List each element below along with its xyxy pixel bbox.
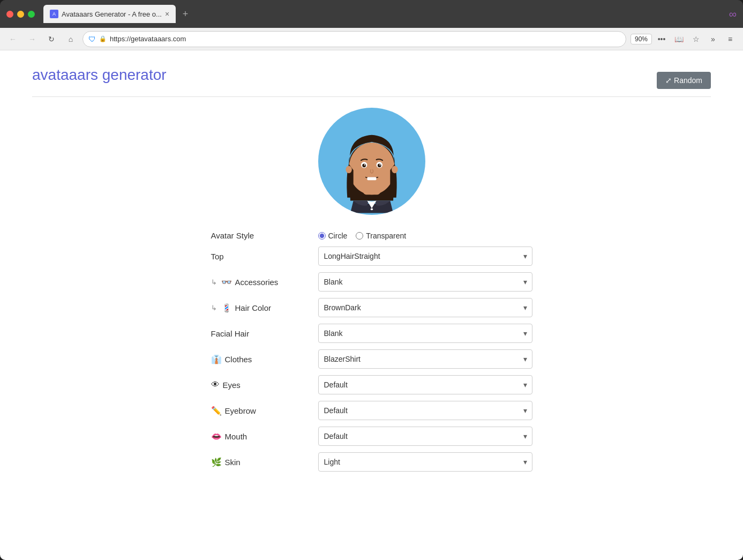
eyes-select-wrapper: Default (318, 375, 532, 394)
nav-right-controls: 90% ••• 📖 ☆ » ≡ (631, 32, 738, 47)
tab-close-button[interactable]: × (165, 10, 169, 18)
top-select[interactable]: LongHairStraight (318, 247, 532, 266)
avatar-style-radio-group: Circle Transparent (318, 232, 532, 240)
facial-hair-control: Blank (318, 324, 532, 343)
lock-icon: 🔒 (99, 35, 107, 42)
facial-hair-select-wrapper: Blank (318, 324, 532, 343)
avatar-style-row: Avatar Style Circle Transparent (211, 231, 532, 240)
avatar-style-control: Circle Transparent (318, 232, 532, 240)
mouth-row: 👄 Mouth Default (211, 427, 532, 446)
tab-favicon: A (50, 10, 58, 18)
active-tab[interactable]: A Avataaars Generator - A free o... × (43, 5, 176, 23)
back-button[interactable]: ← (5, 32, 20, 47)
home-button[interactable]: ⌂ (63, 32, 78, 47)
accessories-select[interactable]: Blank (318, 272, 532, 292)
browser-extension-icon: ∞ (729, 8, 737, 20)
page-header: avataaars generator ⤢ Random (32, 66, 711, 94)
hair-color-control: BrownDark (318, 298, 532, 317)
svg-point-1 (349, 143, 395, 195)
svg-point-10 (392, 166, 397, 173)
forward-button[interactable]: → (25, 32, 40, 47)
avatar-style-circle-radio[interactable] (318, 232, 326, 240)
hair-color-select-wrapper: BrownDark (318, 298, 532, 317)
facial-hair-row: Facial Hair Blank (211, 324, 532, 343)
reader-view-button[interactable]: 📖 (671, 32, 686, 47)
eyebrow-row: ✏️ Eyebrow Default (211, 401, 532, 420)
hair-color-row: ↳ 💈 Hair Color BrownDark (211, 298, 532, 317)
menu-button[interactable]: ≡ (723, 32, 738, 47)
svg-point-6 (364, 165, 365, 166)
hair-color-select[interactable]: BrownDark (318, 298, 532, 317)
page-content: avataaars generator ⤢ Random (0, 50, 743, 560)
shield-icon: 🛡 (88, 35, 96, 43)
url-text: https://getavataaars.com (110, 35, 620, 43)
clothes-row: 👔 Clothes BlazerShirt (211, 349, 532, 369)
avatar-container (32, 108, 711, 215)
svg-point-9 (346, 166, 351, 173)
svg-point-4 (362, 163, 366, 167)
hair-color-label: ↳ 💈 Hair Color (211, 303, 318, 313)
close-button[interactable] (6, 11, 13, 18)
zoom-level[interactable]: 90% (631, 34, 652, 44)
accessories-control: Blank (318, 272, 532, 292)
clothes-control: BlazerShirt (318, 349, 532, 369)
clothes-select-wrapper: BlazerShirt (318, 349, 532, 369)
controls-section: Avatar Style Circle Transparent (211, 231, 532, 472)
random-button[interactable]: ⤢ Random (657, 72, 711, 89)
avatar-style-transparent-option[interactable]: Transparent (356, 232, 406, 240)
eyebrow-label: ✏️ Eyebrow (211, 406, 318, 416)
accessories-row: ↳ 👓 Accessories Blank (211, 272, 532, 292)
avatar-style-label: Avatar Style (211, 231, 318, 240)
top-control: LongHairStraight (318, 247, 532, 266)
tabs-bar: A Avataaars Generator - A free o... × + (43, 5, 725, 23)
skin-label: 🌿 Skin (211, 457, 318, 467)
top-select-wrapper: LongHairStraight (318, 247, 532, 266)
nav-bar: ← → ↻ ⌂ 🛡 🔒 https://getavataaars.com 90%… (0, 28, 743, 50)
accessories-label: ↳ 👓 Accessories (211, 277, 318, 287)
eyebrow-select-wrapper: Default (318, 401, 532, 420)
skin-control: Light (318, 452, 532, 472)
extensions-button[interactable]: » (706, 32, 721, 47)
header-divider (32, 96, 711, 97)
eyebrow-select[interactable]: Default (318, 401, 532, 420)
page-title: avataaars generator (32, 66, 167, 84)
eyes-control: Default (318, 375, 532, 394)
mouth-select[interactable]: Default (318, 427, 532, 446)
svg-rect-8 (367, 177, 376, 181)
new-tab-button[interactable]: + (178, 6, 193, 21)
clothes-select[interactable]: BlazerShirt (318, 349, 532, 369)
address-bar[interactable]: 🛡 🔒 https://getavataaars.com (82, 31, 626, 47)
top-label: Top (211, 252, 318, 261)
eyes-row: 👁 Eyes Default (211, 375, 532, 394)
avatar-style-circle-option[interactable]: Circle (318, 232, 348, 240)
svg-point-7 (379, 165, 380, 166)
more-button[interactable]: ••• (654, 32, 669, 47)
svg-point-5 (377, 163, 381, 167)
avatar-style-transparent-radio[interactable] (356, 232, 363, 240)
top-row: Top LongHairStraight (211, 247, 532, 266)
facial-hair-label: Facial Hair (211, 329, 318, 338)
bookmark-button[interactable]: ☆ (688, 32, 703, 47)
reload-button[interactable]: ↻ (44, 32, 59, 47)
mouth-label: 👄 Mouth (211, 431, 318, 442)
tab-title: Avataaars Generator - A free o... (62, 10, 162, 18)
skin-row: 🌿 Skin Light (211, 452, 532, 472)
clothes-label: 👔 Clothes (211, 354, 318, 364)
mouth-control: Default (318, 427, 532, 446)
traffic-lights (6, 11, 35, 18)
mouth-select-wrapper: Default (318, 427, 532, 446)
minimize-button[interactable] (17, 11, 24, 18)
title-bar: A Avataaars Generator - A free o... × + … (0, 0, 743, 28)
svg-point-11 (370, 208, 373, 210)
eyebrow-control: Default (318, 401, 532, 420)
avatar-svg (329, 113, 415, 215)
accessories-select-wrapper: Blank (318, 272, 532, 292)
eyes-select[interactable]: Default (318, 375, 532, 394)
avatar-preview (318, 108, 425, 215)
facial-hair-select[interactable]: Blank (318, 324, 532, 343)
skin-select[interactable]: Light (318, 452, 532, 472)
skin-select-wrapper: Light (318, 452, 532, 472)
eyes-label: 👁 Eyes (211, 380, 318, 390)
maximize-button[interactable] (28, 11, 35, 18)
browser-window: A Avataaars Generator - A free o... × + … (0, 0, 743, 560)
